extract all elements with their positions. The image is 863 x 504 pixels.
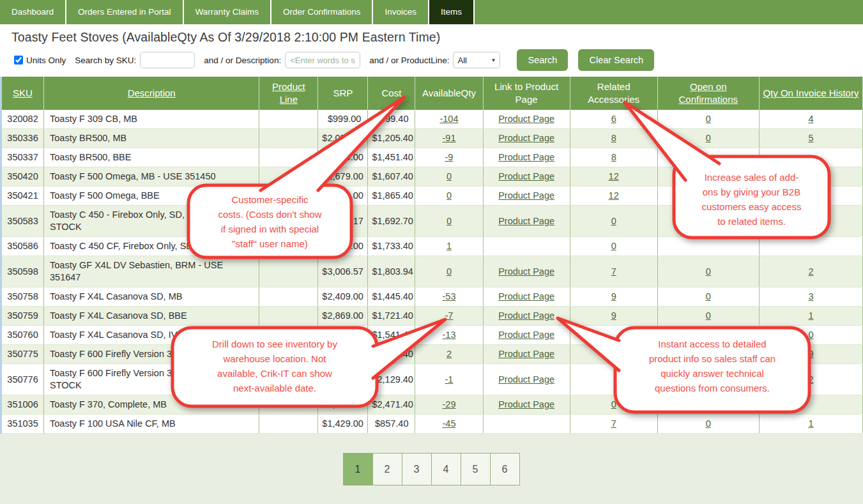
product-page-link[interactable]: Product Page: [498, 399, 554, 409]
description-label: and / or Description:: [204, 56, 281, 65]
qty-invoice-history-cell: 2: [759, 364, 862, 395]
qty-invoice-history-link[interactable]: 4: [808, 114, 813, 124]
srp-cell: $2,869.00: [318, 307, 368, 326]
related-accessories-link[interactable]: 9: [611, 291, 616, 302]
product-page-link[interactable]: Product Page: [498, 330, 554, 340]
availableqty-link[interactable]: 2: [447, 349, 452, 359]
column-header-product-line[interactable]: Product Line: [259, 77, 318, 110]
open-confirmations-link[interactable]: 0: [706, 133, 711, 143]
srp-cell: $1,429.00: [318, 415, 368, 434]
column-header-open-on-confirmations[interactable]: Open on Confirmations: [657, 77, 759, 110]
product-page-link[interactable]: Product Page: [498, 349, 554, 359]
availableqty-link[interactable]: 0: [447, 171, 452, 181]
table-row: 350598 Toasty GF X4L DV Sebastien, BRM -…: [1, 256, 863, 287]
related-accessories-cell: 0: [570, 395, 657, 415]
product-page-link[interactable]: Product Page: [498, 266, 554, 277]
availableqty-link[interactable]: -53: [443, 291, 456, 302]
availableqty-link[interactable]: -45: [443, 418, 456, 429]
availableqty-link[interactable]: -104: [439, 114, 458, 124]
qty-invoice-history-link[interactable]: 5: [808, 133, 813, 143]
nav-tab-warranty-claims[interactable]: Warranty Claims: [184, 0, 271, 24]
nav-tab-items[interactable]: Items: [429, 0, 475, 24]
product-page-cell: Product Page: [483, 307, 570, 326]
product-page-link[interactable]: Product Page: [498, 190, 554, 201]
related-accessories-link[interactable]: 12: [609, 171, 619, 181]
qty-invoice-history-link[interactable]: 9: [808, 349, 813, 359]
qty-invoice-history-link[interactable]: 2: [808, 266, 813, 277]
qty-invoice-history-link[interactable]: 2: [808, 374, 813, 385]
product-page-link[interactable]: Product Page: [498, 374, 554, 385]
pagination: 1 2 3 4 5 6: [0, 453, 863, 485]
description-cell: Toasty BR500, BBE: [44, 148, 259, 167]
availableqty-link[interactable]: -13: [443, 330, 456, 340]
product-page-link[interactable]: Product Page: [498, 152, 554, 162]
sku-cell: 350759: [1, 307, 44, 326]
srp-cell: $999.00: [318, 110, 368, 129]
qty-invoice-history-link[interactable]: 1: [808, 418, 813, 429]
product-line-cell: [259, 307, 318, 326]
availableqty-link[interactable]: -91: [443, 133, 456, 143]
availableqty-link[interactable]: 0: [447, 216, 452, 226]
availableqty-link[interactable]: -1: [445, 374, 454, 385]
cost-cell: $1,865.40: [368, 187, 415, 206]
page-button-5[interactable]: 5: [461, 453, 491, 485]
nav-tab-invoices[interactable]: Invoices: [373, 0, 429, 24]
column-header-sku[interactable]: SKU: [1, 77, 44, 110]
availableqty-link[interactable]: 0: [447, 190, 452, 201]
sku-input[interactable]: [140, 52, 195, 68]
related-accessories-cell: 12: [570, 187, 657, 206]
related-accessories-link[interactable]: 8: [611, 133, 616, 143]
clear-search-button[interactable]: Clear Search: [578, 49, 654, 71]
column-header-description[interactable]: Description: [44, 77, 259, 110]
open-confirmations-link[interactable]: 0: [706, 114, 711, 124]
product-page-link[interactable]: Product Page: [498, 310, 554, 321]
related-accessories-cell: [570, 364, 657, 395]
open-confirmations-link[interactable]: 0: [706, 266, 711, 277]
product-page-link[interactable]: Product Page: [498, 216, 554, 226]
related-accessories-link[interactable]: 12: [609, 190, 619, 201]
product-page-link[interactable]: Product Page: [498, 171, 554, 181]
page-button-3[interactable]: 3: [402, 453, 432, 485]
column-header-qty-on-invoice-history[interactable]: Qty On Invoice History: [759, 77, 862, 110]
product-page-link[interactable]: Product Page: [498, 114, 554, 124]
related-accessories-cell: 8: [570, 148, 657, 167]
description-input[interactable]: [285, 52, 360, 68]
units-only-checkbox[interactable]: [14, 56, 23, 65]
related-accessories-link[interactable]: 9: [611, 310, 616, 321]
availableqty-link[interactable]: -9: [445, 152, 454, 162]
availableqty-link[interactable]: -7: [445, 310, 454, 321]
cost-cell: $1,541.40: [368, 326, 415, 345]
search-button[interactable]: Search: [517, 49, 568, 71]
related-accessories-link[interactable]: 0: [611, 241, 616, 251]
related-accessories-link[interactable]: 0: [611, 399, 616, 409]
qty-invoice-history-link[interactable]: 0: [808, 330, 813, 340]
nav-tab-order-confirmations[interactable]: Order Confirmations: [271, 0, 374, 24]
availableqty-link[interactable]: 0: [447, 266, 452, 277]
related-accessories-cell: [570, 345, 657, 364]
nav-tab-dashboard[interactable]: Dashboard: [0, 0, 66, 24]
column-header-related-accessories: Related Accessories: [570, 77, 657, 110]
product-page-link[interactable]: Product Page: [498, 291, 554, 302]
open-confirmations-link[interactable]: 0: [706, 310, 711, 321]
open-confirmations-link[interactable]: 0: [706, 418, 711, 429]
availableqty-link[interactable]: -29: [443, 399, 456, 409]
page-button-2[interactable]: 2: [372, 453, 402, 485]
product-page-link[interactable]: Product Page: [498, 133, 554, 143]
page-button-4[interactable]: 4: [431, 453, 461, 485]
items-table: SKU Description Product Line SRP Cost Av…: [0, 77, 863, 434]
qty-invoice-history-link[interactable]: 1: [808, 310, 813, 321]
related-accessories-link[interactable]: 8: [611, 152, 616, 162]
availableqty-cell: -1: [415, 364, 483, 395]
related-accessories-link[interactable]: 6: [611, 114, 616, 124]
related-accessories-link[interactable]: 7: [611, 266, 616, 277]
nav-tab-orders-entered-in-portal[interactable]: Orders Entered in Portal: [66, 0, 184, 24]
product-page-cell: Product Page: [483, 206, 570, 237]
related-accessories-link[interactable]: 0: [611, 216, 616, 226]
availableqty-link[interactable]: 1: [447, 241, 452, 251]
productline-select[interactable]: All ▼: [453, 52, 500, 68]
page-button-6[interactable]: 6: [490, 453, 520, 485]
page-button-1[interactable]: 1: [343, 453, 373, 485]
related-accessories-link[interactable]: 7: [611, 418, 616, 429]
qty-invoice-history-link[interactable]: 3: [808, 291, 813, 302]
open-confirmations-link[interactable]: 0: [706, 291, 711, 302]
